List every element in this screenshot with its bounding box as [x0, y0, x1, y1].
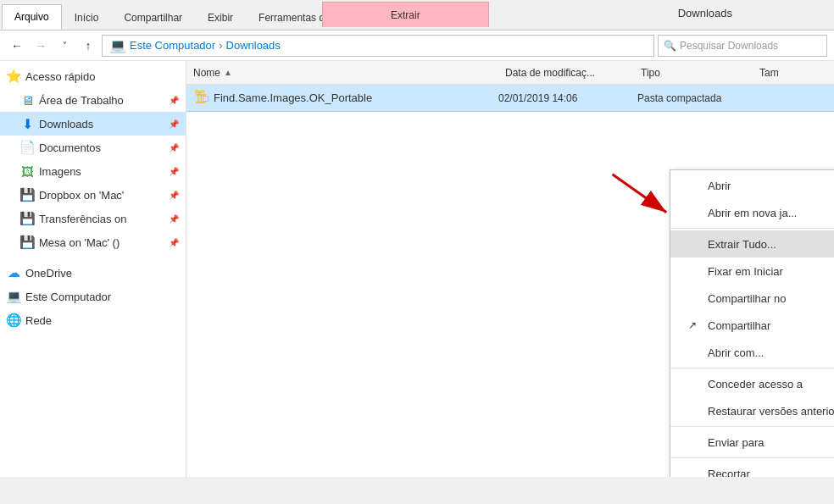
menu-icon: [684, 402, 701, 419]
menu-item-label: Abrir: [708, 180, 731, 192]
up-button[interactable]: ↑: [78, 36, 98, 56]
sidebar-item-onedrive[interactable]: ☁ OneDrive: [0, 261, 186, 285]
menu-icon: [684, 235, 701, 252]
context-menu: Abrir Abrir em nova ja... Extrair Tudo..…: [670, 169, 834, 477]
star-icon: ⭐: [7, 69, 20, 83]
svg-line-1: [613, 174, 667, 213]
main-area: ⭐ Acesso rápido 🖥 Área de Trabalho 📌 ⬇ D…: [0, 61, 834, 477]
ribbon-tabs: Extrair Downloads Arquivo Início Compart…: [0, 0, 834, 30]
download-icon: ⬇: [20, 117, 34, 130]
sidebar-item-downloads[interactable]: ⬇ Downloads 📌: [0, 112, 186, 136]
sidebar: ⭐ Acesso rápido 🖥 Área de Trabalho 📌 ⬇ D…: [0, 61, 186, 477]
sidebar-item-documentos[interactable]: 📄 Documentos 📌: [0, 136, 186, 159]
tab-arquivo[interactable]: Arquivo: [2, 4, 62, 30]
drive-icon: 💾: [20, 212, 34, 225]
pin-icon: 📌: [169, 96, 179, 105]
sidebar-item-label: Área de Trabalho: [39, 94, 162, 107]
share-icon: ↗: [684, 317, 701, 334]
cloud-icon: ☁: [7, 266, 20, 280]
menu-item-conceder-acesso[interactable]: Conceder acesso a ›: [670, 370, 834, 397]
sidebar-item-mesa[interactable]: 💾 Mesa on 'Mac' () 📌: [0, 230, 186, 254]
file-list: Nome ▲ Data de modificaç... Tipo Tam 🗜 F…: [186, 61, 834, 477]
sidebar-item-este-computador[interactable]: 💻 Este Computador: [0, 285, 186, 308]
menu-icon: [684, 344, 701, 361]
images-icon: 🖼: [20, 164, 34, 178]
zip-icon: 🗜: [193, 90, 210, 107]
sort-arrow-icon: ▲: [224, 68, 232, 77]
pin-icon: 📌: [169, 238, 179, 247]
menu-icon: [684, 375, 701, 392]
menu-item-enviar-para[interactable]: Enviar para ›: [670, 429, 834, 456]
pc-icon: 💻: [109, 37, 126, 53]
menu-item-compartilhar-no[interactable]: Compartilhar no ›: [670, 285, 834, 312]
menu-item-label: Compartilhar no: [708, 292, 787, 305]
search-box[interactable]: 🔍 Pesquisar Downloads: [658, 35, 827, 57]
pin-icon: 📌: [169, 119, 179, 129]
sidebar-item-imagens[interactable]: 🖼 Imagens 📌: [0, 159, 186, 183]
expand-button[interactable]: ˅: [54, 36, 75, 56]
back-button[interactable]: ←: [7, 36, 27, 56]
menu-item-label: Restaurar versões anteriores: [708, 405, 834, 418]
menu-separator: [670, 457, 834, 458]
menu-item-recortar[interactable]: Recortar: [670, 460, 834, 477]
pin-icon: 📌: [169, 143, 179, 152]
address-bar[interactable]: 💻 Este Computador › Downloads: [102, 35, 654, 57]
tab-compartilhar[interactable]: Compartilhar: [111, 4, 195, 30]
col-date-header[interactable]: Data de modificaç...: [505, 67, 641, 79]
file-date: 02/01/2019 14:06: [498, 92, 634, 104]
sidebar-item-dropbox[interactable]: 💾 Dropbox on 'Mac' 📌: [0, 183, 186, 207]
menu-item-abrir-com[interactable]: Abrir com...: [670, 339, 834, 366]
downloads-title: Downloads: [678, 7, 732, 19]
menu-icon: [684, 177, 701, 194]
menu-item-extrair-tudo[interactable]: Extrair Tudo...: [670, 230, 834, 258]
menu-item-label: Enviar para: [708, 436, 764, 449]
sidebar-item-transferencias[interactable]: 💾 Transferências on 📌: [0, 207, 186, 230]
file-list-header: Nome ▲ Data de modificaç... Tipo Tam: [186, 61, 834, 85]
search-icon: 🔍: [664, 40, 676, 52]
search-placeholder: Pesquisar Downloads: [680, 40, 778, 52]
menu-icon: [684, 290, 701, 307]
tab-inicio[interactable]: Início: [62, 4, 112, 30]
sidebar-item-label: Acesso rápido: [25, 70, 179, 83]
menu-item-label: Conceder acesso a: [708, 378, 803, 390]
col-type-header[interactable]: Tipo: [641, 67, 759, 79]
breadcrumb-separator: ›: [219, 39, 222, 52]
title-bar-area: Extrair Downloads Arquivo Início Compart…: [0, 0, 834, 30]
menu-item-label: Abrir com...: [708, 346, 764, 359]
docs-icon: 📄: [20, 141, 34, 154]
pin-icon: 📌: [169, 191, 179, 200]
breadcrumb-downloads[interactable]: Downloads: [226, 39, 281, 52]
menu-separator: [670, 426, 834, 427]
breadcrumb-este-computador[interactable]: Este Computador: [130, 39, 215, 52]
sidebar-item-label: Mesa on 'Mac' (): [39, 236, 162, 249]
menu-item-compartilhar[interactable]: ↗ Compartilhar: [670, 312, 834, 339]
sidebar-item-label: Rede: [25, 314, 179, 327]
sidebar-item-rede[interactable]: 🌐 Rede: [0, 308, 186, 332]
menu-item-fixar[interactable]: Fixar em Iniciar: [670, 258, 834, 285]
sidebar-item-acesso-rapido[interactable]: ⭐ Acesso rápido: [0, 64, 186, 88]
pin-icon: 📌: [169, 214, 179, 224]
menu-item-label: Recortar: [708, 468, 750, 478]
col-size-header[interactable]: Tam: [759, 67, 827, 79]
menu-item-abrir[interactable]: Abrir: [670, 172, 834, 199]
menu-icon: [684, 263, 701, 280]
forward-button[interactable]: →: [31, 36, 51, 56]
menu-item-restaurar[interactable]: Restaurar versões anteriores: [670, 397, 834, 424]
col-name-header[interactable]: Nome ▲: [193, 67, 505, 79]
sidebar-item-label: Transferências on: [39, 213, 162, 225]
menu-icon: [684, 465, 701, 477]
menu-item-abrir-nova[interactable]: Abrir em nova ja...: [670, 199, 834, 226]
table-row[interactable]: 🗜 Find.Same.Images.OK_Portable 02/01/201…: [186, 85, 834, 112]
menu-item-label: Extrair Tudo...: [708, 238, 776, 251]
sidebar-item-label: Downloads: [39, 118, 162, 130]
network-icon: 🌐: [7, 313, 20, 327]
drive-icon: 💾: [20, 188, 34, 202]
menu-icon: [684, 434, 701, 451]
pc-icon: 💻: [7, 290, 20, 303]
sidebar-item-area-trabalho[interactable]: 🖥 Área de Trabalho 📌: [0, 88, 186, 112]
menu-separator: [670, 228, 834, 229]
menu-item-label: Fixar em Iniciar: [708, 265, 783, 278]
menu-icon: [684, 204, 701, 221]
tab-exibir[interactable]: Exibir: [195, 4, 246, 30]
sidebar-item-label: OneDrive: [25, 267, 179, 280]
